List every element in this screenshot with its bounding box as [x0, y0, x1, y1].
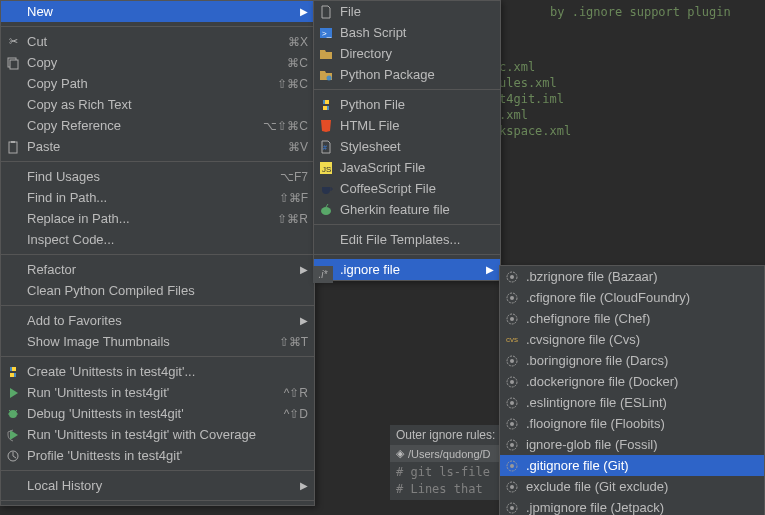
new-python-package[interactable]: Python Package [314, 64, 500, 85]
ignore-file-icon [504, 269, 520, 285]
menu-inspect[interactable]: Inspect Code... [1, 229, 314, 250]
svg-point-20 [510, 275, 514, 279]
menu-find-usages[interactable]: Find Usages⌥F7 [1, 166, 314, 187]
ignore-item-label: exclude file (Git exclude) [526, 479, 758, 494]
edit-file-templates[interactable]: Edit File Templates... [314, 229, 500, 250]
svg-point-18 [321, 207, 331, 215]
bg-file: .xml [499, 108, 528, 122]
ignore-file-icon [504, 437, 520, 453]
new-javascript[interactable]: JSJavaScript File [314, 157, 500, 178]
new-coffeescript[interactable]: CoffeeScript File [314, 178, 500, 199]
new-submenu: File >_Bash Script Directory Python Pack… [313, 0, 501, 281]
ignore-item-label: .gitignore file (Git) [526, 458, 758, 473]
svg-rect-3 [11, 141, 15, 143]
ignore-item-label: .jpmignore file (Jetpack) [526, 500, 758, 515]
status-badge: .i* [313, 266, 333, 283]
ignore-item[interactable]: .bzrignore file (Bazaar) [500, 266, 764, 287]
file-icon [318, 4, 334, 20]
bg-file: t4git.iml [499, 92, 564, 106]
ignore-item[interactable]: .boringignore file (Darcs) [500, 350, 764, 371]
ignore-file-icon [504, 374, 520, 390]
menu-copy[interactable]: Copy⌘C [1, 52, 314, 73]
ignore-item-label: .chefignore file (Chef) [526, 311, 758, 326]
ignore-item[interactable]: .jpmignore file (Jetpack) [500, 497, 764, 515]
new-bash[interactable]: >_Bash Script [314, 22, 500, 43]
html-icon [318, 118, 334, 134]
menu-cut[interactable]: ✂Cut⌘X [1, 31, 314, 52]
debug-icon [5, 406, 21, 422]
ignore-item-label: .cfignore file (CloudFoundry) [526, 290, 758, 305]
menu-find-in-path[interactable]: Find in Path...⇧⌘F [1, 187, 314, 208]
bg-file: ules.xml [499, 76, 557, 90]
ignore-item[interactable]: .eslintignore file (ESLint) [500, 392, 764, 413]
ignore-item[interactable]: .flooignore file (Floobits) [500, 413, 764, 434]
paste-icon [5, 139, 21, 155]
new-stylesheet[interactable]: #Stylesheet [314, 136, 500, 157]
menu-create-unittests[interactable]: Create 'Unittests in test4git'... [1, 361, 314, 382]
ignore-item-label: .bzrignore file (Bazaar) [526, 269, 758, 284]
ignore-item[interactable]: .gitignore file (Git) [500, 455, 764, 476]
menu-profile[interactable]: Profile 'Unittests in test4git' [1, 445, 314, 466]
svg-line-7 [9, 410, 11, 412]
new-gherkin[interactable]: Gherkin feature file [314, 199, 500, 220]
menu-debug-unittests[interactable]: Debug 'Unittests in test4git'^⇧D [1, 403, 314, 424]
svg-point-32 [510, 422, 514, 426]
ignore-file-icon [504, 353, 520, 369]
blank-icon [5, 4, 21, 20]
ignore-item[interactable]: .chefignore file (Chef) [500, 308, 764, 329]
coffeescript-icon [318, 181, 334, 197]
new-directory[interactable]: Directory [314, 43, 500, 64]
ignore-file-icon [504, 500, 520, 516]
ignore-file-icon: cvs [504, 332, 520, 348]
svg-point-26 [510, 359, 514, 363]
svg-point-30 [510, 401, 514, 405]
svg-point-38 [510, 485, 514, 489]
svg-point-14 [327, 75, 332, 80]
menu-run-unittests[interactable]: Run 'Unittests in test4git'^⇧R [1, 382, 314, 403]
ignore-item-label: .dockerignore file (Docker) [526, 374, 758, 389]
js-icon: JS [318, 160, 334, 176]
svg-text:#: # [323, 144, 327, 151]
menu-replace-in-path[interactable]: Replace in Path...⇧⌘R [1, 208, 314, 229]
new-python-file[interactable]: Python File [314, 94, 500, 115]
context-menu: New ▶ ✂Cut⌘X Copy⌘C Copy Path⇧⌘C Copy as… [0, 0, 315, 506]
coverage-icon [5, 427, 21, 443]
ignore-item[interactable]: cvs.cvsignore file (Cvs) [500, 329, 764, 350]
menu-refactor[interactable]: Refactor▶ [1, 259, 314, 280]
menu-copy-ref[interactable]: Copy Reference⌥⇧⌘C [1, 115, 314, 136]
submenu-arrow-icon: ▶ [292, 315, 308, 326]
menu-clean-python[interactable]: Clean Python Compiled Files [1, 280, 314, 301]
copy-icon [5, 55, 21, 71]
ignore-file-icon [504, 290, 520, 306]
svg-text:>_: >_ [322, 29, 332, 38]
menu-new[interactable]: New ▶ [1, 1, 314, 22]
ignore-item[interactable]: ignore-glob file (Fossil) [500, 434, 764, 455]
menu-add-favorites[interactable]: Add to Favorites▶ [1, 310, 314, 331]
menu-show-thumbnails[interactable]: Show Image Thumbnails⇧⌘T [1, 331, 314, 352]
menu-run-coverage[interactable]: Run 'Unittests in test4git' with Coverag… [1, 424, 314, 445]
ignore-item[interactable]: .cfignore file (CloudFoundry) [500, 287, 764, 308]
ignore-submenu: .bzrignore file (Bazaar).cfignore file (… [499, 265, 765, 515]
menu-copy-rich[interactable]: Copy as Rich Text [1, 94, 314, 115]
svg-line-11 [13, 456, 16, 458]
ignore-item[interactable]: exclude file (Git exclude) [500, 476, 764, 497]
run-icon [5, 385, 21, 401]
ignore-file-icon [504, 416, 520, 432]
ignore-item-label: .cvsignore file (Cvs) [526, 332, 758, 347]
svg-point-40 [510, 506, 514, 510]
path-text: /Users/qudong/D [408, 448, 491, 460]
ignore-file-icon [504, 479, 520, 495]
menu-paste[interactable]: Paste⌘V [1, 136, 314, 157]
menu-local-history[interactable]: Local History▶ [1, 475, 314, 496]
ignore-item[interactable]: .dockerignore file (Docker) [500, 371, 764, 392]
menu-copy-path[interactable]: Copy Path⇧⌘C [1, 73, 314, 94]
bg-file: kspace.xml [499, 124, 571, 138]
new-ignore-file[interactable]: .ignore file▶ [314, 259, 500, 280]
new-html-file[interactable]: HTML File [314, 115, 500, 136]
submenu-arrow-icon: ▶ [292, 264, 308, 275]
new-file[interactable]: File [314, 1, 500, 22]
diamond-icon: ◈ [396, 447, 404, 460]
ignore-file-icon [504, 395, 520, 411]
submenu-arrow-icon: ▶ [478, 264, 494, 275]
svg-line-8 [15, 410, 17, 412]
